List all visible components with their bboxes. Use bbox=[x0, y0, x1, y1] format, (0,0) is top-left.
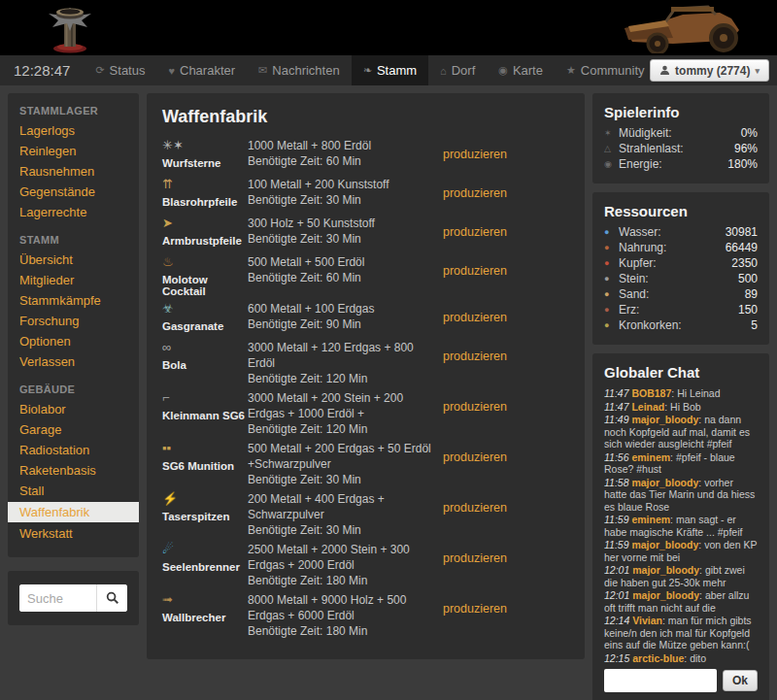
chat-message-time: 12:14 bbox=[604, 615, 629, 626]
nav-item[interactable]: ★ Community bbox=[555, 55, 657, 85]
nav-item[interactable]: ⌂ Dorf bbox=[428, 55, 487, 85]
weapon-cost: 3000 Metall + 200 Stein + 200 Erdgas + 1… bbox=[248, 390, 443, 421]
nav-item[interactable]: ◉ Karte bbox=[487, 55, 555, 85]
chat-send-button[interactable]: Ok bbox=[723, 670, 758, 691]
weapon-produce-cell: produzieren bbox=[443, 389, 569, 437]
resource-icon: ● bbox=[604, 274, 619, 283]
weapon-time: Benötigte Zeit: 120 Min bbox=[248, 421, 443, 437]
sidebar-item[interactable]: Forschung bbox=[19, 311, 127, 331]
sidebar-item[interactable]: Lagerlogs bbox=[19, 120, 127, 141]
resource-label: Nahrung: bbox=[619, 241, 726, 254]
chat-message-user: major_bloody bbox=[631, 477, 701, 488]
sidebar-item[interactable]: Gegenstände bbox=[19, 182, 127, 202]
sidebar-item[interactable]: Raketenbasis bbox=[19, 460, 127, 481]
chat-message: 12:15 arctic-blue dito bbox=[604, 652, 758, 663]
user-menu-button[interactable]: tommy (2774) ▾ bbox=[650, 59, 769, 82]
buggy-image bbox=[615, 3, 768, 53]
weapon-id: ⚡ Taserspitzen bbox=[162, 490, 248, 538]
resource-icon: ● bbox=[604, 243, 619, 252]
sidebar-item[interactable]: Mitglieder bbox=[19, 270, 127, 290]
resource-row: ● Kupfer: 2350 bbox=[604, 255, 758, 271]
resource-label: Wasser: bbox=[619, 225, 726, 239]
weapon-details: 3000 Metall + 200 Stein + 200 Erdgas + 1… bbox=[248, 389, 443, 437]
nav-item-icon: ♥ bbox=[168, 65, 175, 77]
produce-link[interactable]: produzieren bbox=[443, 186, 507, 200]
chat-message-time: 11:58 bbox=[604, 477, 629, 488]
section-header-gebaeude: GEBÄUDE bbox=[19, 383, 127, 395]
weapon-time: Benötigte Zeit: 90 Min bbox=[248, 317, 443, 332]
nav-item-label: Nachrichten bbox=[272, 63, 339, 78]
nav-item[interactable]: ♥ Charakter bbox=[156, 55, 247, 85]
produce-link[interactable]: produzieren bbox=[443, 400, 507, 414]
weapon-icon: ⇈ bbox=[162, 177, 248, 192]
produce-link[interactable]: produzieren bbox=[443, 551, 507, 565]
chat-input[interactable] bbox=[604, 669, 717, 692]
search-input[interactable] bbox=[19, 584, 96, 612]
sidebar-item[interactable]: Stammkämpfe bbox=[19, 290, 127, 311]
resource-row: ● Wasser: 30981 bbox=[604, 224, 758, 240]
sidebar-item[interactable]: Stall bbox=[19, 481, 127, 501]
nav-item-icon: ❧ bbox=[363, 64, 372, 77]
sidebar-item[interactable]: Reinlegen bbox=[19, 141, 127, 161]
stat-row: △ Strahlenlast: 96% bbox=[604, 141, 758, 156]
weapon-icon: ∞ bbox=[162, 340, 248, 355]
produce-link[interactable]: produzieren bbox=[443, 225, 507, 239]
chat-message-user: major_bloody bbox=[631, 414, 701, 425]
chat-message: 11:47 Leinad Hi Bob bbox=[604, 401, 758, 414]
nav-item[interactable]: ⟳ Status bbox=[84, 55, 156, 85]
weapon-id: ☣ Gasgranate bbox=[162, 300, 248, 336]
nav-item-label: Stamm bbox=[377, 63, 417, 78]
weapon-time: Benötigte Zeit: 30 Min bbox=[248, 231, 443, 247]
chat-message: 12:01 major_bloody gibt zwei die haben g… bbox=[604, 564, 758, 588]
nav-item-icon: ⟳ bbox=[95, 64, 104, 77]
weapon-id: ▪▪ SG6 Munition bbox=[162, 440, 248, 487]
weapon-time: Benötigte Zeit: 30 Min bbox=[248, 192, 443, 208]
sidebar-item[interactable]: Optionen bbox=[19, 331, 127, 351]
nav-item-label: Community bbox=[581, 63, 645, 78]
chat-message-user: eminem bbox=[631, 451, 673, 463]
produce-link[interactable]: produzieren bbox=[443, 450, 507, 464]
chat-message-time: 11:59 bbox=[604, 514, 629, 525]
nav-item[interactable]: ✉ Nachrichten bbox=[247, 55, 352, 85]
weapon-name: Bola bbox=[162, 359, 248, 371]
sidebar-item[interactable]: Biolabor bbox=[19, 399, 127, 419]
search-button[interactable] bbox=[96, 584, 127, 612]
trophy-image bbox=[21, 2, 118, 53]
produce-link[interactable]: produzieren bbox=[443, 501, 507, 515]
produce-link[interactable]: produzieren bbox=[443, 311, 507, 324]
produce-link[interactable]: produzieren bbox=[443, 148, 507, 161]
weapon-produce-cell: produzieren bbox=[443, 591, 569, 639]
produce-link[interactable]: produzieren bbox=[443, 264, 507, 278]
resource-value: 5 bbox=[751, 318, 758, 332]
weapon-row: ☣ Gasgranate 600 Metall + 100 Erdgas Ben… bbox=[162, 300, 569, 336]
stat-label: Müdigkeit: bbox=[619, 126, 741, 140]
sidebar-item[interactable]: Waffenfabrik bbox=[8, 502, 139, 522]
sidebar-item[interactable]: Lagerrechte bbox=[19, 202, 127, 222]
weapon-row: ♨ Molotow Cocktail 500 Metall + 500 Erdö… bbox=[162, 253, 569, 297]
sidebar-item[interactable]: Radiostation bbox=[19, 440, 127, 460]
chat-message-user: BOB187 bbox=[631, 387, 674, 399]
sidebar-item[interactable]: Rausnehmen bbox=[19, 161, 127, 182]
sidebar-item[interactable]: Garage bbox=[19, 419, 127, 440]
content: STAMMLAGER LagerlogsReinlegenRausnehmenG… bbox=[0, 85, 777, 700]
clock: 12:28:47 bbox=[0, 55, 84, 85]
weapon-produce-cell: produzieren bbox=[443, 339, 569, 386]
produce-link[interactable]: produzieren bbox=[443, 350, 507, 363]
stat-value: 180% bbox=[727, 157, 758, 171]
sidebar-item[interactable]: Werkstatt bbox=[19, 523, 127, 544]
weapon-name: Blasrohrpfeile bbox=[162, 196, 248, 208]
resource-row: ● Stein: 500 bbox=[604, 271, 758, 286]
nav-item[interactable]: ❧ Stamm bbox=[352, 55, 428, 85]
sidebar-item[interactable]: Übersicht bbox=[19, 250, 127, 270]
weapon-icon: ➟ bbox=[162, 592, 248, 608]
nav-item-label: Karte bbox=[513, 63, 543, 78]
chat-message-time: 11:56 bbox=[604, 451, 629, 463]
resource-row: ● Kronkorken: 5 bbox=[604, 317, 758, 333]
weapon-produce-cell: produzieren bbox=[443, 253, 569, 297]
stat-label: Strahlenlast: bbox=[619, 142, 734, 155]
resource-value: 2350 bbox=[731, 256, 758, 270]
weapon-row: ➟ Wallbrecher 8000 Metall + 9000 Holz + … bbox=[162, 591, 569, 639]
produce-link[interactable]: produzieren bbox=[443, 602, 507, 616]
sidebar-item[interactable]: Verlassen bbox=[19, 351, 127, 372]
playerinfo-title: Spielerinfo bbox=[604, 104, 758, 120]
